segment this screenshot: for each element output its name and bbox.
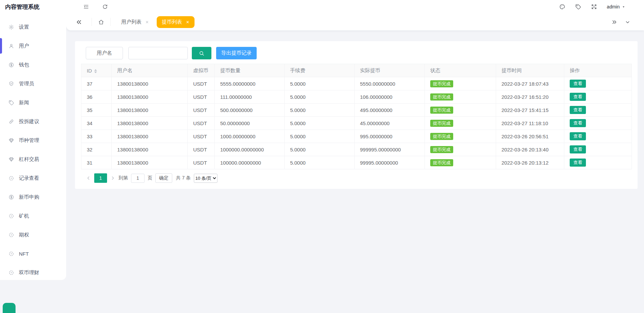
col-header-3: 提币数量 bbox=[215, 64, 285, 77]
topbar: 内容管理系统 admin bbox=[0, 0, 644, 13]
page-suffix-label: 页 bbox=[148, 175, 152, 181]
sidebar-item-label: 投拆建议 bbox=[19, 118, 39, 125]
sidebar-item-users[interactable]: 用户 bbox=[0, 36, 66, 55]
close-icon[interactable] bbox=[186, 20, 189, 24]
fullscreen-icon[interactable] bbox=[591, 4, 597, 10]
view-button[interactable]: 查看 bbox=[570, 80, 586, 88]
close-icon[interactable] bbox=[145, 20, 149, 24]
export-button[interactable]: 导出提币记录 bbox=[216, 47, 257, 59]
col-header-6: 状态 bbox=[425, 64, 496, 77]
gem-icon bbox=[8, 156, 14, 162]
home-icon bbox=[98, 19, 104, 25]
dollar-circle-icon bbox=[8, 62, 14, 68]
col-header-7: 提币时间 bbox=[496, 64, 564, 77]
sidebar-item-coin-management[interactable]: 币种管理 bbox=[0, 131, 66, 150]
next-page-button[interactable] bbox=[110, 175, 115, 181]
status-badge: 提币完成 bbox=[430, 120, 453, 127]
cell-action: 查看 bbox=[564, 130, 632, 143]
withdraw-table: ID用户名虚拟币提币数量手续费实际提币状态提币时间操作 371380013800… bbox=[81, 64, 632, 169]
user-icon bbox=[8, 43, 14, 49]
sidebar-item-label: 用户 bbox=[19, 43, 29, 49]
cell-status: 提币完成 bbox=[425, 117, 496, 130]
status-badge: 提币完成 bbox=[430, 133, 453, 140]
goto-page-input[interactable] bbox=[131, 174, 145, 183]
tabs-menu-button[interactable] bbox=[625, 19, 630, 25]
cell-status: 提币完成 bbox=[425, 143, 496, 156]
cell-action: 查看 bbox=[564, 77, 632, 90]
view-button[interactable]: 查看 bbox=[570, 119, 586, 127]
table-row: 3513800138000USDT500.000000005.0000495.0… bbox=[81, 104, 632, 117]
cell-time: 2022-03-26 20:13:12 bbox=[496, 156, 564, 169]
sidebar-item-admins[interactable]: 管理员 bbox=[0, 74, 66, 93]
sidebar-item-miner[interactable]: 矿机 bbox=[0, 206, 66, 225]
sidebar-item-label: 新币申购 bbox=[19, 194, 39, 200]
cell-action: 查看 bbox=[564, 156, 632, 169]
cell-status: 提币完成 bbox=[425, 90, 496, 104]
home-tab-button[interactable] bbox=[92, 18, 111, 26]
sidebar-item-dual-invest[interactable]: 双币理财 bbox=[0, 263, 66, 282]
user-menu[interactable]: admin bbox=[607, 4, 625, 9]
cell-fee: 5.0000 bbox=[285, 104, 355, 117]
sidebar-item-label: 期权 bbox=[19, 232, 29, 238]
sidebar: 设置用户钱包管理员新闻投拆建议币种管理杠杆交易记录查看新币申购矿机期权NFT双币… bbox=[0, 13, 66, 280]
view-button[interactable]: 查看 bbox=[570, 132, 586, 140]
topbar-left bbox=[83, 4, 108, 10]
sidebar-item-new-coin-subscribe[interactable]: 新币申购 bbox=[0, 188, 66, 206]
tab-label: 用户列表 bbox=[121, 19, 141, 25]
cell-coin: USDT bbox=[188, 130, 215, 143]
collapse-sidebar-icon[interactable] bbox=[83, 4, 89, 10]
cell-id: 33 bbox=[81, 130, 112, 143]
cell-amount: 100000.00000000 bbox=[215, 156, 285, 169]
cell-username: 13800138000 bbox=[112, 143, 188, 156]
refresh-icon[interactable] bbox=[102, 4, 108, 10]
confirm-page-button[interactable]: 确定 bbox=[155, 173, 172, 183]
tab-withdraw-list[interactable]: 提币列表 bbox=[157, 16, 195, 28]
sidebar-item-settings[interactable]: 设置 bbox=[0, 18, 66, 36]
view-button[interactable]: 查看 bbox=[570, 159, 586, 167]
sidebar-item-news[interactable]: 新闻 bbox=[0, 93, 66, 112]
cell-status: 提币完成 bbox=[425, 77, 496, 90]
view-button[interactable]: 查看 bbox=[570, 93, 586, 101]
cell-time: 2022-03-27 16:51:20 bbox=[496, 90, 564, 104]
prev-page-button[interactable] bbox=[86, 175, 91, 181]
username: admin bbox=[607, 4, 620, 9]
cell-id: 35 bbox=[81, 104, 112, 117]
tab-list: 用户列表提币列表 bbox=[116, 16, 195, 28]
cell-amount: 500.00000000 bbox=[215, 104, 285, 117]
tabbar: 用户列表提币列表 bbox=[66, 13, 644, 30]
col-header-5: 实际提币 bbox=[355, 64, 425, 77]
sidebar-item-feedback[interactable]: 投拆建议 bbox=[0, 112, 66, 131]
sidebar-item-record-view[interactable]: 记录查看 bbox=[0, 169, 66, 188]
sidebar-item-label: 设置 bbox=[19, 24, 29, 30]
gear-icon bbox=[8, 24, 14, 30]
username-filter-button[interactable]: 用户名 bbox=[86, 47, 123, 59]
sidebar-item-label: 币种管理 bbox=[19, 137, 39, 144]
sidebar-item-margin-trading[interactable]: 杠杆交易 bbox=[0, 150, 66, 169]
search-input[interactable] bbox=[128, 47, 188, 59]
tabs-scroll-right-button[interactable] bbox=[612, 19, 617, 25]
tab-user-list[interactable]: 用户列表 bbox=[116, 16, 154, 28]
sort-icon[interactable] bbox=[94, 69, 97, 73]
table-row: 3213800138000USDT1000000.000000005.00009… bbox=[81, 143, 632, 156]
goto-label: 到第 bbox=[119, 175, 128, 181]
view-button[interactable]: 查看 bbox=[570, 145, 586, 153]
view-button[interactable]: 查看 bbox=[570, 106, 586, 114]
floating-corner-button[interactable] bbox=[3, 303, 16, 313]
tag-icon[interactable] bbox=[575, 4, 581, 10]
cell-action: 查看 bbox=[564, 104, 632, 117]
sidebar-item-wallet[interactable]: 钱包 bbox=[0, 55, 66, 74]
cell-actual: 106.00000000 bbox=[355, 90, 425, 104]
col-header-1: 用户名 bbox=[112, 64, 188, 77]
col-header-0[interactable]: ID bbox=[81, 64, 112, 77]
dollar-circle-icon bbox=[8, 194, 14, 200]
theme-palette-icon[interactable] bbox=[559, 4, 565, 10]
sidebar-item-options[interactable]: 期权 bbox=[0, 225, 66, 244]
table-row: 3413800138000USDT50.000000005.000045.000… bbox=[81, 117, 632, 130]
page-size-select[interactable]: 10 条/页 bbox=[194, 174, 217, 183]
cell-actual: 5550.00000000 bbox=[355, 77, 425, 90]
sidebar-item-nft[interactable]: NFT bbox=[0, 244, 66, 263]
tabs-scroll-left-button[interactable] bbox=[66, 18, 92, 26]
search-button[interactable] bbox=[192, 47, 211, 59]
cell-time: 2022-03-27 11:18:10 bbox=[496, 117, 564, 130]
page-number-button[interactable]: 1 bbox=[94, 173, 107, 183]
